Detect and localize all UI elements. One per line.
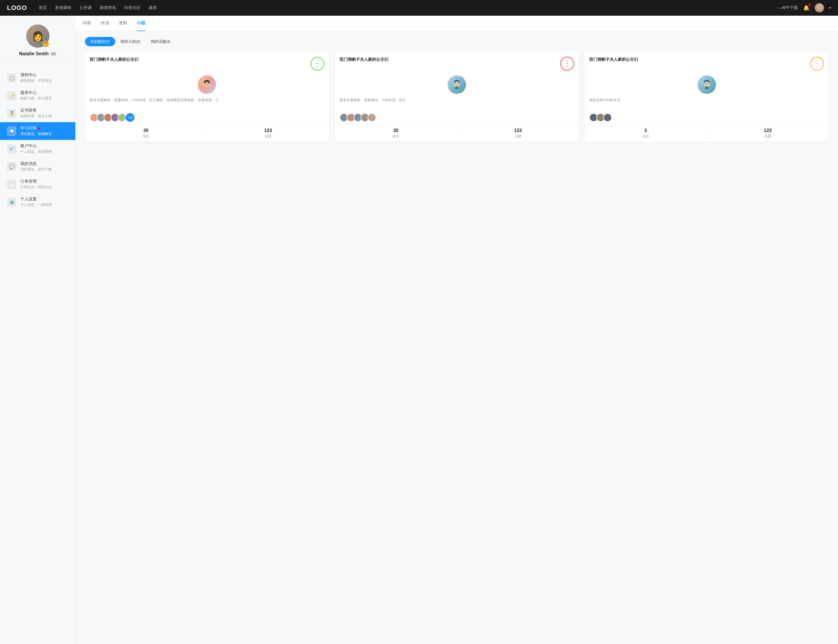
stat-members-value-2: 3 [585,128,707,133]
group-members-1 [335,112,579,125]
group-avatar-boy [697,76,716,94]
member-more-0: +15 [126,113,135,122]
stat-members-label-2: 成员 [585,134,707,139]
group-stats-1: 30 成员 123 话题 [335,125,579,142]
tab-资料[interactable]: 资料 [119,16,127,31]
group-stamp-1: ✦★✦ [560,57,574,71]
group-title-1: 双门洞豹子夫人家的公主们 [340,57,558,62]
sidebar-item-qa[interactable]: 💬 学习问答 课后重温、疑难解答 [0,122,76,140]
order-title: 订单管理 [20,179,68,184]
nav-links: 首页发现课程公开课新闻资讯问答社区题库 [39,5,777,10]
group-card-header-2: 双门洞豹子夫人家的公主们 ✦★✦ [585,52,829,73]
stat-topics-value-2: 123 [707,128,829,133]
settings-desc: 个人信息、一键管理 [20,202,68,207]
tabs-bar: 问答作业资料小组 [76,16,838,31]
order-icon: 📄 [7,180,16,189]
nav-item-发现课程[interactable]: 发现课程 [55,5,71,10]
stat-topics-label-2: 话题 [707,134,829,139]
nav-item-新闻资讯[interactable]: 新闻资讯 [100,5,116,10]
tab-作业[interactable]: 作业 [101,16,109,31]
sidebar-item-message[interactable]: 💬 我的消息 消息通知、及时了解 [0,158,76,176]
tab-小组[interactable]: 小组 [137,16,146,31]
notification-bell[interactable]: 🔔 [803,5,810,11]
profile-avatar-wrap: 👩 🏅 [26,25,49,48]
navbar: LOGO 首页发现课程公开课新闻资讯问答社区题库 ··· APP下载 🔔 ▾ [0,0,838,16]
course-center-desc: 精彩课程、不容错过 [20,78,68,83]
sub-tab-我加入的(4)[interactable]: 我加入的(4) [115,37,146,46]
nav-item-首页[interactable]: 首页 [39,5,47,10]
qa-title: 学习问答 [20,126,68,131]
navbar-right: APP下载 🔔 ▾ [782,3,831,13]
settings-title: 个人设置 [20,197,68,202]
page-wrapper: 👩 🏅 Natalie Smith VIP 📋 课程中心 精彩课程、不容错过 📝 [0,16,838,644]
nav-item-问答社区[interactable]: 问答社区 [124,5,141,10]
sidebar-item-settings[interactable]: ⚙️ 个人设置 个人信息、一键管理 [0,193,76,211]
group-desc-2: 我是你得不到的宝贝 [585,96,829,112]
group-stamp-0: ✦★✦ [311,57,324,71]
message-icon: 💬 [7,162,16,171]
group-main-avatar-2 [697,76,716,94]
group-desc-1: 爱音乐爱电影，更爱旅游，个性好强，但又 [335,96,579,112]
nav-item-公开课[interactable]: 公开课 [79,5,92,10]
group-avatar-area-0 [85,73,329,96]
course-center-icon: 📋 [7,73,16,83]
svg-point-10 [457,84,458,84]
message-desc: 消息通知、及时了解 [20,167,68,172]
message-title: 我的消息 [20,161,68,166]
stat-topics-label-0: 话题 [207,134,329,139]
more-icon[interactable]: ··· [777,5,782,11]
sidebar-item-order[interactable]: 📄 订单管理 订单支出、明明白白 [0,176,76,193]
main-content: 问答作业资料小组 我创建的(2)我加入的(4)我的话题(4) 双门洞豹子夫人家的… [76,16,838,644]
group-avatar-area-2 [585,73,829,96]
qa-icon: 💬 [7,127,16,136]
group-card-1[interactable]: 双门洞豹子夫人家的公主们 ✦★✦ [335,52,579,142]
sidebar-item-question-bank[interactable]: 📝 题库中心 海量习题、助力通关 [0,87,76,104]
sidebar-item-account[interactable]: 💎 账户中心 个人权益、实时掌握 [0,140,76,158]
member-avatar-0-4 [118,113,126,122]
notification-badge [808,3,811,6]
group-desc-0: 爱音乐爱电影，更爱旅游，个性好强，但又谦虚、低调爱音乐爱电影，更爱旅游，个... [85,96,329,112]
account-icon: 💎 [7,144,16,154]
stat-topics-value-0: 123 [207,128,329,133]
app-download-link[interactable]: APP下载 [782,5,798,10]
sidebar-item-certificate[interactable]: 🏅 证书荣誉 收获荣誉、持证上岗 [0,104,76,122]
sidebar-menu: 📋 课程中心 精彩课程、不容错过 📝 题库中心 海量习题、助力通关 🏅 证书荣誉 [0,67,76,213]
sub-tab-我的话题(4)[interactable]: 我的话题(4) [146,37,176,46]
sub-tabs: 我创建的(2)我加入的(4)我的话题(4) [85,37,829,46]
user-avatar[interactable] [815,3,824,13]
stat-members-label-1: 成员 [335,134,457,139]
group-stamp-2: ✦★✦ [810,57,824,71]
sidebar-item-course-center[interactable]: 📋 课程中心 精彩课程、不容错过 [0,69,76,87]
tab-问答[interactable]: 问答 [83,16,91,31]
member-avatar-1-4 [368,113,376,122]
certificate-desc: 收获荣誉、持证上岗 [20,114,68,119]
stat-members-value-0: 30 [85,128,207,133]
question-bank-desc: 海量习题、助力通关 [20,96,68,101]
svg-point-5 [208,83,209,84]
avatar-badge: 🏅 [43,41,49,47]
account-title: 账户中心 [20,143,68,149]
question-bank-title: 题库中心 [20,90,68,95]
certificate-icon: 🏅 [7,109,16,118]
sidebar-profile: 👩 🏅 Natalie Smith VIP [0,25,76,64]
sub-tab-我创建的(2)[interactable]: 我创建的(2) [85,37,115,46]
group-card-2[interactable]: 双门洞豹子夫人家的公主们 ✦★✦ [585,52,829,142]
stat-topics-1: 123 话题 [457,125,579,142]
group-card-0[interactable]: 双门洞豹子夫人家的公主们 ✦★✦ [85,52,329,142]
svg-point-16 [707,84,708,84]
avatar-image [815,3,824,13]
stat-members-label-0: 成员 [85,134,207,139]
svg-point-4 [205,83,206,84]
group-title-2: 双门洞豹子夫人家的公主们 [589,57,808,62]
nav-item-题库[interactable]: 题库 [149,5,157,10]
stat-members-1: 30 成员 [335,125,457,142]
qa-desc: 课后重温、疑难解答 [20,131,68,136]
group-card-header-0: 双门洞豹子夫人家的公主们 ✦★✦ [85,52,329,73]
course-center-title: 课程中心 [20,72,68,78]
stat-topics-label-1: 话题 [457,134,579,139]
logo[interactable]: LOGO [7,4,27,12]
group-main-avatar-0 [197,76,216,94]
group-card-header-1: 双门洞豹子夫人家的公主们 ✦★✦ [335,52,579,73]
chevron-down-icon[interactable]: ▾ [829,6,831,10]
svg-point-15 [705,84,706,84]
